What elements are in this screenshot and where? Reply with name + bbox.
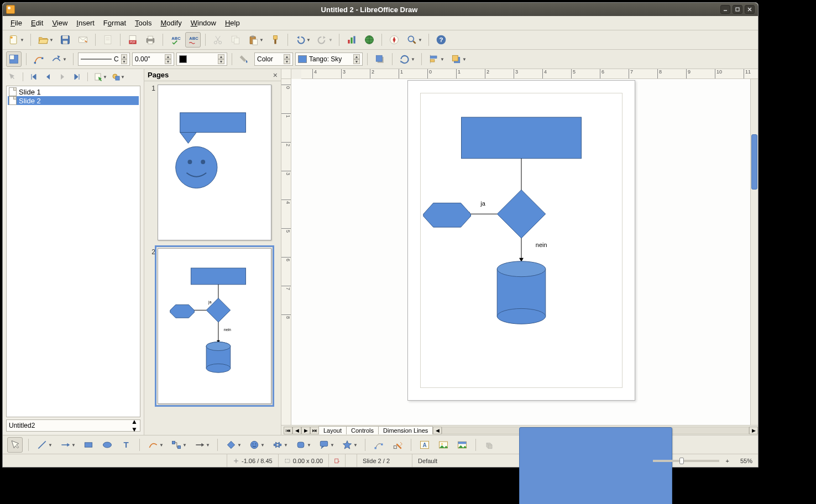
ellipse-tool[interactable] bbox=[100, 437, 115, 453]
page-thumbnail-1[interactable]: 1 bbox=[150, 85, 275, 240]
document-selector[interactable]: Untitled2 ▲▼ bbox=[6, 419, 140, 432]
first-slide-button[interactable] bbox=[28, 71, 40, 83]
page-thumbnail-2[interactable]: 2 ja nein bbox=[150, 248, 275, 404]
close-button[interactable] bbox=[745, 5, 755, 14]
block-arrows-tool[interactable]: ▼ bbox=[270, 437, 285, 453]
prev-slide-button[interactable] bbox=[42, 71, 54, 83]
paste-button[interactable]: ▼ bbox=[245, 32, 261, 48]
tab-dimension-lines[interactable]: Dimension Lines bbox=[378, 426, 433, 434]
drag-mode-button[interactable]: ▼ bbox=[92, 71, 104, 83]
tab-prev-icon[interactable]: ◀ bbox=[292, 427, 301, 434]
format-paintbrush-button[interactable] bbox=[268, 32, 283, 48]
drawing-canvas[interactable]: ja nein bbox=[291, 79, 750, 425]
save-button[interactable] bbox=[57, 32, 73, 48]
menu-help[interactable]: Help bbox=[221, 18, 244, 28]
pages-panel-body[interactable]: 1 2 bbox=[144, 81, 281, 435]
connector-tool[interactable]: ▼ bbox=[169, 437, 184, 453]
maximize-button[interactable] bbox=[733, 5, 742, 14]
email-button[interactable] bbox=[75, 32, 91, 48]
status-size: 0.00 x 0.00 bbox=[279, 454, 329, 467]
line-color-combo[interactable]: ▲▼ bbox=[176, 53, 227, 66]
rectangle-tool[interactable] bbox=[81, 437, 96, 453]
line-tool[interactable]: ▼ bbox=[34, 437, 50, 453]
shadow-button[interactable] bbox=[372, 51, 388, 67]
redo-button[interactable]: ▼ bbox=[315, 32, 330, 48]
basic-shapes-tool[interactable]: ▼ bbox=[223, 437, 239, 453]
zoom-button[interactable]: ▼ bbox=[404, 32, 420, 48]
tree-item-slide-1[interactable]: Slide 1 bbox=[8, 87, 139, 96]
undo-button[interactable]: ▼ bbox=[292, 32, 308, 48]
area-dialog-button[interactable] bbox=[237, 51, 252, 67]
copy-button[interactable] bbox=[228, 32, 243, 48]
stars-tool[interactable]: ▼ bbox=[339, 437, 355, 453]
callouts-tool[interactable]: ▼ bbox=[316, 437, 332, 453]
svg-rect-86 bbox=[297, 442, 304, 448]
scrollbar-thumb[interactable] bbox=[751, 134, 757, 190]
tab-next-icon[interactable]: ▶ bbox=[301, 427, 310, 434]
hyperlink-button[interactable] bbox=[362, 32, 377, 48]
next-slide-button[interactable] bbox=[56, 71, 69, 83]
from-file-tool[interactable] bbox=[436, 437, 451, 453]
arrow-tool[interactable]: ▼ bbox=[57, 437, 73, 453]
effects-button[interactable]: ▼ bbox=[397, 51, 412, 67]
glue-points-button[interactable]: ▼ bbox=[49, 51, 64, 67]
gallery-tool[interactable] bbox=[454, 437, 470, 453]
help-button[interactable]: ? bbox=[433, 32, 449, 48]
symbol-shapes-tool[interactable]: ▼ bbox=[247, 437, 262, 453]
tab-first-icon[interactable]: ⏮ bbox=[284, 427, 292, 434]
print-button[interactable] bbox=[143, 32, 158, 48]
menu-file[interactable]: File bbox=[6, 18, 27, 28]
slide-tree[interactable]: Slide 1 Slide 2 bbox=[6, 86, 140, 417]
export-pdf-button[interactable]: PDF bbox=[125, 32, 140, 48]
tab-controls[interactable]: Controls bbox=[346, 426, 379, 434]
tab-layout[interactable]: Layout bbox=[318, 426, 347, 434]
extrusion-tool[interactable] bbox=[482, 437, 497, 453]
edit-points-tool[interactable] bbox=[371, 437, 386, 453]
display-grid-button[interactable] bbox=[6, 51, 22, 67]
last-slide-button[interactable] bbox=[71, 71, 83, 83]
menu-tools[interactable]: Tools bbox=[130, 18, 156, 28]
area-style-combo[interactable]: Color ▲▼ bbox=[254, 53, 293, 66]
minimize-button[interactable] bbox=[720, 5, 730, 14]
close-panel-icon[interactable]: × bbox=[273, 71, 278, 80]
chart-button[interactable] bbox=[344, 32, 359, 48]
line-width-combo[interactable]: 0.00" ▲▼ bbox=[132, 53, 174, 66]
shapes-filter-button[interactable]: ▼ bbox=[110, 71, 122, 83]
menu-window[interactable]: Window bbox=[186, 18, 221, 28]
cut-button[interactable] bbox=[210, 32, 226, 48]
spellcheck-button[interactable]: ABC bbox=[168, 32, 183, 48]
vertical-ruler[interactable]: 012345678 bbox=[281, 79, 291, 425]
horizontal-ruler[interactable]: 432101234567891011 bbox=[301, 69, 758, 79]
fontwork-tool[interactable]: A bbox=[417, 437, 432, 453]
menu-view[interactable]: View bbox=[48, 18, 72, 28]
svg-text:PDF: PDF bbox=[130, 40, 135, 44]
auto-spellcheck-button[interactable]: ABC bbox=[185, 32, 201, 48]
select-tool[interactable] bbox=[7, 437, 23, 453]
zoom-value[interactable]: 55% bbox=[735, 454, 758, 467]
horizontal-scrollbar[interactable]: ◀ ▶ bbox=[433, 426, 758, 435]
scrollbar-thumb[interactable] bbox=[519, 427, 672, 505]
open-button[interactable]: ▼ bbox=[35, 32, 51, 48]
svg-rect-80 bbox=[172, 441, 175, 444]
navigator-button[interactable] bbox=[386, 32, 402, 48]
arrange-button[interactable]: ▼ bbox=[448, 51, 464, 67]
new-button[interactable]: ▼ bbox=[6, 32, 22, 48]
lines-arrows-tool[interactable]: ▼ bbox=[192, 437, 207, 453]
glue-points-tool[interactable] bbox=[390, 437, 405, 453]
area-fill-combo[interactable]: Tango: Sky ▲▼ bbox=[295, 53, 363, 66]
curve-tool[interactable]: ▼ bbox=[145, 437, 161, 453]
tab-last-icon[interactable]: ⏭ bbox=[310, 427, 319, 434]
tree-item-slide-2[interactable]: Slide 2 bbox=[8, 96, 139, 105]
menu-insert[interactable]: Insert bbox=[72, 18, 99, 28]
text-tool[interactable]: T bbox=[118, 437, 134, 453]
menu-modify[interactable]: Modify bbox=[156, 18, 186, 28]
align-button[interactable]: ▼ bbox=[426, 51, 442, 67]
vertical-scrollbar[interactable] bbox=[750, 79, 758, 425]
line-style-combo[interactable]: C ▲▼ bbox=[78, 53, 130, 66]
flowchart-tool[interactable]: ▼ bbox=[293, 437, 308, 453]
menu-format[interactable]: Format bbox=[99, 18, 130, 28]
pointer-icon[interactable] bbox=[6, 71, 18, 83]
edit-file-button[interactable] bbox=[100, 32, 116, 48]
edit-points-button[interactable] bbox=[31, 51, 46, 67]
menu-edit[interactable]: Edit bbox=[27, 18, 48, 28]
